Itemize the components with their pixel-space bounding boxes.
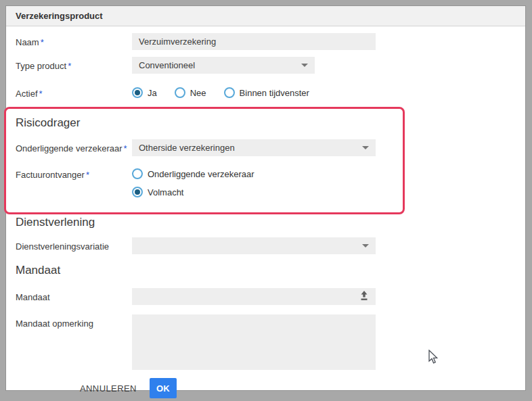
radio-button-icon[interactable] — [132, 87, 143, 98]
radio-button-icon[interactable] — [224, 87, 235, 98]
chevron-down-icon — [301, 64, 308, 67]
dialog-title: Verzekeringsproduct — [16, 11, 103, 21]
radio-button-icon[interactable] — [175, 87, 185, 98]
factuurontvanger-radio-group: Onderliggende verzekeraar Volmacht — [132, 166, 254, 197]
upload-icon[interactable] — [359, 291, 369, 303]
naam-input[interactable]: Verzuimverzekering — [132, 33, 376, 50]
dienstverleningsvariatie-label: Dienstverleningsvariatie — [16, 237, 132, 252]
required-asterisk: * — [39, 89, 43, 99]
naam-row: Naam* Verzuimverzekering — [6, 33, 525, 50]
dienstverlening-heading: Dienstverlening — [6, 216, 525, 229]
dienstverleningsvariatie-select[interactable] — [132, 237, 376, 254]
naam-label: Naam* — [16, 33, 132, 47]
chevron-down-icon — [362, 244, 369, 247]
dienstverleningsvariatie-row: Dienstverleningsvariatie — [6, 237, 525, 254]
radio-button-icon[interactable] — [132, 168, 143, 179]
required-asterisk: * — [41, 37, 44, 47]
type-product-row: Type product* Conventioneel — [6, 57, 525, 74]
chevron-down-icon — [362, 146, 369, 149]
dialog-titlebar: Verzekeringsproduct — [6, 6, 525, 26]
onderliggende-verzekeraar-select[interactable]: Otherside verzekeringen — [132, 139, 376, 156]
cancel-button[interactable]: ANNULEREN — [77, 379, 139, 398]
required-asterisk: * — [124, 143, 127, 154]
onderliggende-verzekeraar-label: Onderliggende verzekeraar* — [16, 139, 132, 154]
insurance-product-dialog: Verzekeringsproduct Naam* Verzuimverzeke… — [5, 5, 526, 391]
mandaat-row: Mandaat — [6, 288, 525, 305]
type-product-label: Type product* — [16, 57, 132, 71]
ok-button[interactable]: OK — [150, 378, 177, 398]
onderliggende-verzekeraar-row: Onderliggende verzekeraar* Otherside ver… — [6, 139, 403, 156]
risicodrager-highlight-box: Risicodrager Onderliggende verzekeraar* … — [4, 107, 405, 214]
mandaat-heading: Mandaat — [6, 264, 525, 277]
mandaat-opmerking-textarea[interactable] — [132, 314, 376, 370]
dialog-buttons: ANNULEREN OK — [6, 378, 525, 398]
radio-actief-ja[interactable]: Ja — [132, 87, 157, 98]
radio-factuurontvanger-volmacht[interactable]: Volmacht — [132, 187, 254, 197]
required-asterisk: * — [68, 61, 71, 71]
screen-background: Verzekeringsproduct Naam* Verzuimverzeke… — [0, 0, 532, 401]
actief-label: Actief* — [16, 85, 132, 99]
dialog-content: Naam* Verzuimverzekering Type product* C… — [6, 26, 525, 398]
mandaat-opmerking-label: Mandaat opmerking — [16, 314, 132, 329]
factuurontvanger-label: Factuurontvanger* — [16, 166, 132, 180]
mandaat-label: Mandaat — [16, 288, 132, 302]
radio-factuurontvanger-onderliggende-verzekeraar[interactable]: Onderliggende verzekeraar — [132, 168, 254, 179]
required-asterisk: * — [86, 170, 89, 180]
factuurontvanger-row: Factuurontvanger* Onderliggende verzeker… — [6, 166, 403, 197]
mandaat-opmerking-row: Mandaat opmerking — [6, 314, 525, 370]
type-product-select[interactable]: Conventioneel — [132, 57, 315, 74]
radio-actief-nee[interactable]: Nee — [175, 87, 206, 98]
radio-button-icon[interactable] — [132, 187, 143, 197]
actief-row: Actief* Ja Nee Binnen tijdvenster — [6, 85, 525, 99]
mandaat-upload-field[interactable] — [132, 288, 376, 305]
radio-actief-binnen-tijdvenster[interactable]: Binnen tijdvenster — [224, 87, 309, 98]
risicodrager-heading: Risicodrager — [6, 116, 403, 130]
actief-radio-group: Ja Nee Binnen tijdvenster — [132, 85, 309, 98]
